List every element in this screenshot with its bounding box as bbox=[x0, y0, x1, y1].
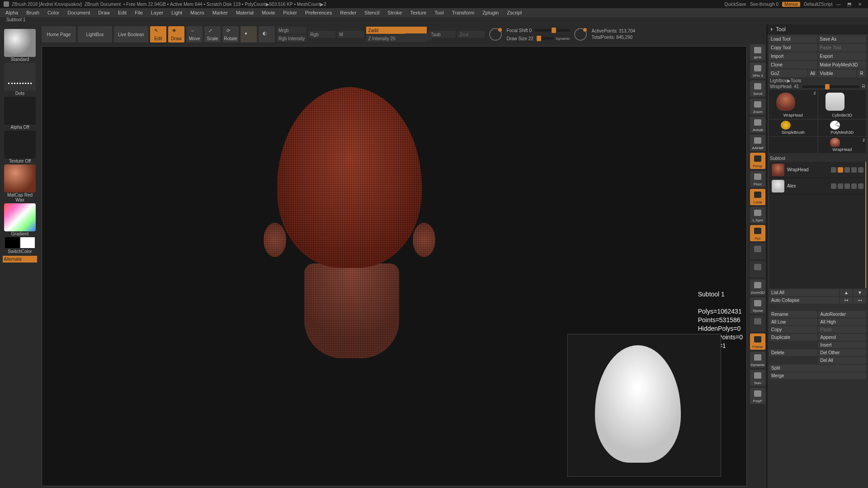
menu-light[interactable]: Light bbox=[171, 10, 182, 15]
pastetool-button[interactable]: Paste Tool bbox=[818, 44, 867, 52]
navbtn-aahalf[interactable]: AAHalf bbox=[750, 135, 765, 151]
listall-up-icon[interactable]: ▲ bbox=[840, 289, 853, 296]
menu-preferences[interactable]: Preferences bbox=[305, 10, 332, 15]
menu-render[interactable]: Render bbox=[340, 10, 356, 15]
goz-visible-button[interactable]: Visible bbox=[818, 70, 857, 77]
menu-stroke[interactable]: Stroke bbox=[387, 10, 402, 15]
wraphead-slider[interactable]: WrapHead. 41R bbox=[770, 84, 865, 89]
menu-picker[interactable]: Picker bbox=[283, 10, 297, 15]
navbtn-persp[interactable]: Persp bbox=[750, 153, 765, 169]
draw-button[interactable]: ✥Draw bbox=[168, 26, 184, 42]
rotate-button[interactable]: ⟳Rotate bbox=[222, 26, 239, 42]
listall-button[interactable]: List All bbox=[769, 289, 839, 296]
navbtn-spix3[interactable]: SPix 3 bbox=[750, 62, 765, 79]
subtool-item-alex[interactable]: Alex bbox=[769, 178, 865, 194]
zadd-button[interactable]: Zadd bbox=[366, 27, 427, 34]
arrow-in-icon[interactable]: ↤ bbox=[854, 297, 866, 304]
alllow-button[interactable]: All Low bbox=[769, 319, 817, 325]
navbtn-solo[interactable]: Solo bbox=[750, 370, 765, 386]
navbtn-zoom3d[interactable]: Zoom3D bbox=[750, 279, 765, 296]
sculptris-button[interactable]: ◐ bbox=[259, 26, 275, 42]
navbtn-blank-15[interactable] bbox=[750, 315, 765, 332]
menu-stencil[interactable]: Stencil bbox=[364, 10, 379, 15]
texture-thumb[interactable] bbox=[4, 131, 36, 159]
navbtn-local[interactable]: Local bbox=[750, 189, 765, 205]
allhigh-button[interactable]: All High bbox=[818, 319, 867, 325]
preview-inset[interactable] bbox=[567, 334, 721, 477]
rgb-button[interactable]: Rgb bbox=[308, 31, 335, 38]
autocollapse-button[interactable]: Auto Collapse bbox=[769, 297, 839, 304]
material-thumb[interactable] bbox=[4, 164, 36, 192]
tool-panel-title[interactable]: Tool bbox=[767, 24, 868, 34]
paste-button[interactable]: Paste bbox=[818, 326, 867, 333]
copy-button[interactable]: Copy bbox=[769, 326, 817, 333]
merge-button[interactable]: Merge bbox=[769, 372, 866, 379]
tool-thumb-polymesh3d[interactable]: PolyMesh3D bbox=[818, 120, 867, 136]
goz-r-button[interactable]: R bbox=[857, 70, 866, 77]
navbtn-frame[interactable]: Frame bbox=[750, 333, 765, 350]
stroke-thumb[interactable] bbox=[4, 63, 36, 91]
menu-draw[interactable]: Draw bbox=[98, 10, 110, 15]
polymesh-button[interactable]: Make PolyMesh3D bbox=[818, 61, 867, 69]
zsub-button[interactable]: Zsub bbox=[429, 31, 456, 38]
menu-texture[interactable]: Texture bbox=[410, 10, 426, 15]
navbtn-dynamic[interactable]: Dynamic bbox=[750, 352, 765, 368]
listall-down-icon[interactable]: ▼ bbox=[854, 289, 866, 296]
alpha-thumb[interactable] bbox=[4, 97, 36, 125]
menu-transform[interactable]: Transform bbox=[452, 10, 474, 15]
loadtool-button[interactable]: Load Tool bbox=[769, 35, 817, 43]
menu-tool[interactable]: Tool bbox=[434, 10, 443, 15]
delall-button[interactable]: Del All bbox=[818, 357, 867, 364]
brush-thumb[interactable] bbox=[4, 29, 36, 57]
switchcolor-button[interactable]: SwitchColor bbox=[0, 249, 40, 254]
alternate-button[interactable]: Alternate bbox=[3, 256, 37, 263]
menu-file[interactable]: File bbox=[135, 10, 143, 15]
drawsize-slider[interactable]: Draw Size 22Dynamic bbox=[506, 35, 570, 42]
seethrough-slider[interactable]: See-through 0 bbox=[750, 2, 778, 7]
subtool-item-wraphead[interactable]: WrapHead bbox=[769, 162, 865, 178]
window-controls[interactable]: — ⬒ ✕ bbox=[836, 2, 864, 7]
menu-movie[interactable]: Movie bbox=[262, 10, 275, 15]
tool-thumb-wraphead[interactable]: 2WrapHead bbox=[818, 137, 867, 153]
autoreorder-button[interactable]: AutoReorder bbox=[818, 311, 867, 318]
menu-edit[interactable]: Edit bbox=[118, 10, 127, 15]
gradient-label[interactable]: Gradient bbox=[3, 231, 37, 236]
liveboolean-button[interactable]: Live Boolean bbox=[114, 26, 148, 42]
tool-thumb-simplebrush[interactable]: SimpleBrush bbox=[769, 120, 817, 136]
append-button[interactable]: Append bbox=[818, 334, 867, 341]
gizmo-button[interactable]: ● bbox=[241, 26, 257, 42]
zintensity-slider[interactable]: Z Intensity 25 bbox=[366, 35, 427, 42]
navbtn-floor[interactable]: Floor bbox=[750, 171, 765, 187]
navbtn-bpr[interactable]: BPR bbox=[750, 44, 765, 61]
insert-button[interactable]: Insert bbox=[818, 342, 867, 348]
menu-brush[interactable]: Brush bbox=[26, 10, 39, 15]
duplicate-button[interactable]: Duplicate bbox=[769, 334, 817, 341]
menu-zplugin[interactable]: Zplugin bbox=[482, 10, 499, 15]
default-zscript[interactable]: DefaultZScript bbox=[804, 2, 832, 7]
rgbintensity-slider[interactable]: Rgb Intensity bbox=[277, 35, 307, 42]
export-button[interactable]: Export bbox=[818, 52, 867, 60]
goz-all-button[interactable]: All bbox=[808, 70, 817, 77]
swatch-main[interactable] bbox=[5, 237, 19, 248]
menu-document[interactable]: Document bbox=[67, 10, 90, 15]
mesh-wraphead[interactable] bbox=[255, 87, 444, 358]
tool-thumb-blank[interactable] bbox=[769, 137, 817, 153]
swatch-secondary[interactable] bbox=[20, 237, 35, 248]
focalshift-slider[interactable]: Focal Shift 0 bbox=[506, 27, 570, 33]
delete-button[interactable]: Delete bbox=[769, 349, 817, 356]
tool-thumb-wraphead[interactable]: 2WrapHead bbox=[769, 90, 817, 119]
mrgb-button[interactable]: Mrgb bbox=[277, 27, 307, 34]
arrow-out-icon[interactable]: ↦ bbox=[840, 297, 853, 304]
menu-color[interactable]: Color bbox=[47, 10, 59, 15]
delother-button[interactable]: Del Other bbox=[818, 349, 867, 356]
edit-button[interactable]: ✎Edit bbox=[150, 26, 166, 42]
saveas-button[interactable]: Save As bbox=[818, 35, 867, 43]
clone-button[interactable]: Clone bbox=[769, 61, 817, 69]
size-gauge-icon[interactable] bbox=[574, 28, 587, 41]
navbtn-scroll[interactable]: Scroll bbox=[750, 80, 765, 97]
menu-macro[interactable]: Macro bbox=[190, 10, 204, 15]
navbtn-xpose[interactable]: Xpose bbox=[750, 297, 765, 314]
copytool-button[interactable]: Copy Tool bbox=[769, 44, 817, 52]
quicksave-button[interactable]: QuickSave bbox=[724, 2, 746, 7]
goz-button[interactable]: GoZ bbox=[769, 70, 807, 77]
